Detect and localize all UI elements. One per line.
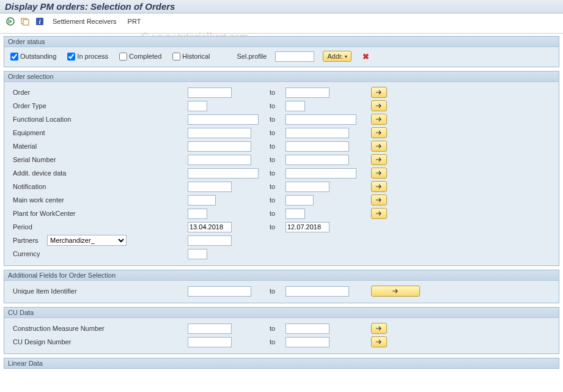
currency-input[interactable] [188, 249, 207, 259]
plant-for-workcenter-from-input[interactable] [188, 209, 207, 219]
group-order-status: Order status Outstanding In process Comp… [4, 36, 559, 67]
plant-for-workcenter-to-input[interactable] [285, 209, 305, 219]
chevron-down-icon: ▾ [345, 54, 347, 59]
to-label: to [267, 196, 285, 204]
equipment-multi-button[interactable] [371, 127, 387, 138]
addit-device-data-to-input[interactable] [285, 168, 356, 179]
arrow-right-icon [375, 157, 383, 163]
in-process-checkbox-input[interactable] [67, 53, 75, 61]
material-from-input[interactable] [188, 141, 251, 152]
serial-number-label: Serial Number [10, 156, 102, 163]
order-type-to-input[interactable] [285, 101, 305, 111]
historical-checkbox-input[interactable] [172, 53, 180, 61]
serial-number-from-input[interactable] [188, 155, 251, 165]
arrow-right-icon [375, 89, 383, 95]
order-from-input[interactable] [188, 87, 232, 98]
to-label: to [267, 210, 285, 217]
period-from-input[interactable] [188, 222, 232, 232]
construction-measure-number-label: Construction Measure Number [10, 325, 127, 332]
to-label: to [267, 116, 285, 123]
arrow-right-icon [375, 339, 383, 345]
order-type-label: Order Type [10, 102, 102, 109]
equipment-from-input[interactable] [188, 128, 251, 138]
serial-number-multi-button[interactable] [371, 154, 387, 165]
addr-button[interactable]: Addr. ▾ [323, 51, 351, 62]
to-label: to [267, 338, 285, 346]
historical-label: Historical [182, 53, 210, 60]
arrow-right-icon [375, 197, 383, 203]
outstanding-checkbox[interactable]: Outstanding [10, 53, 56, 61]
serial-number-to-input[interactable] [285, 155, 349, 165]
material-label: Material [10, 142, 102, 150]
arrow-right-icon [375, 116, 383, 122]
to-label: to [267, 89, 285, 96]
order-type-from-input[interactable] [188, 101, 207, 111]
addr-button-label: Addr. [327, 53, 343, 60]
cdn-multi-button[interactable] [371, 336, 387, 347]
outstanding-checkbox-input[interactable] [10, 53, 18, 61]
equipment-to-input[interactable] [285, 128, 349, 138]
to-label: to [267, 102, 285, 109]
arrow-right-icon [375, 183, 383, 190]
completed-checkbox[interactable]: Completed [119, 53, 161, 61]
arrow-right-icon [375, 143, 383, 149]
uii-from-input[interactable] [188, 286, 251, 297]
functional-location-multi-button[interactable] [371, 114, 387, 125]
completed-label: Completed [129, 53, 161, 60]
cmn-to-input[interactable] [285, 324, 329, 334]
outstanding-label: Outstanding [20, 53, 56, 60]
to-label: to [267, 183, 285, 190]
addit-device-data-multi-button[interactable] [371, 168, 387, 179]
notification-from-input[interactable] [188, 182, 232, 192]
group-additional-fields-title: Additional Fields for Order Selection [4, 270, 559, 281]
uii-multi-button[interactable] [371, 286, 420, 297]
cmn-from-input[interactable] [188, 324, 232, 334]
material-multi-button[interactable] [371, 141, 387, 152]
functional-location-from-input[interactable] [188, 114, 259, 125]
order-type-multi-button[interactable] [371, 100, 387, 111]
equipment-label: Equipment [10, 129, 102, 136]
execute-icon[interactable] [5, 16, 16, 27]
cmn-multi-button[interactable] [371, 323, 387, 334]
partners-select[interactable]: Merchandizer_ [47, 235, 127, 246]
addit-device-data-label: Addit. device data [10, 169, 102, 177]
historical-checkbox[interactable]: Historical [172, 53, 210, 61]
arrow-right-icon [375, 210, 383, 216]
group-cu-data-title: CU Data [4, 308, 559, 318]
partners-value-input[interactable] [188, 235, 232, 246]
order-label: Order [10, 89, 102, 96]
sel-profile-input[interactable] [275, 51, 314, 62]
period-to-input[interactable] [285, 222, 329, 232]
functional-location-to-input[interactable] [285, 114, 356, 125]
main-work-center-to-input[interactable] [285, 195, 314, 205]
prt-button[interactable]: PRT [124, 17, 145, 26]
variants-icon[interactable] [20, 16, 31, 27]
arrow-right-icon [392, 288, 399, 294]
to-label: to [267, 325, 285, 332]
order-multi-button[interactable] [371, 87, 387, 98]
addit-device-data-from-input[interactable] [188, 168, 259, 179]
info-icon[interactable]: i [34, 16, 45, 27]
completed-checkbox-input[interactable] [119, 53, 127, 61]
plant-for-workcenter-multi-button[interactable] [371, 208, 387, 219]
to-label: to [267, 142, 285, 150]
arrow-right-icon [375, 325, 383, 331]
order-to-input[interactable] [285, 87, 329, 98]
in-process-label: In process [77, 53, 108, 60]
in-process-checkbox[interactable]: In process [67, 53, 108, 61]
cdn-to-input[interactable] [285, 337, 329, 347]
functional-location-label: Functional Location [10, 116, 102, 123]
notification-to-input[interactable] [285, 182, 329, 192]
material-to-input[interactable] [285, 141, 349, 152]
main-work-center-from-input[interactable] [188, 195, 216, 205]
unique-item-identifier-label: Unique Item Identifier [10, 287, 102, 295]
sel-profile-label: Sel.profile [237, 53, 267, 60]
main-work-center-multi-button[interactable] [371, 194, 387, 205]
notification-multi-button[interactable] [371, 181, 387, 192]
arrow-right-icon [375, 103, 383, 109]
cdn-from-input[interactable] [188, 337, 232, 347]
settlement-receivers-button[interactable]: Settlement Receivers [49, 17, 120, 26]
uii-to-input[interactable] [285, 286, 349, 297]
delete-icon[interactable]: ✖ [360, 53, 372, 61]
to-label: to [267, 287, 285, 295]
